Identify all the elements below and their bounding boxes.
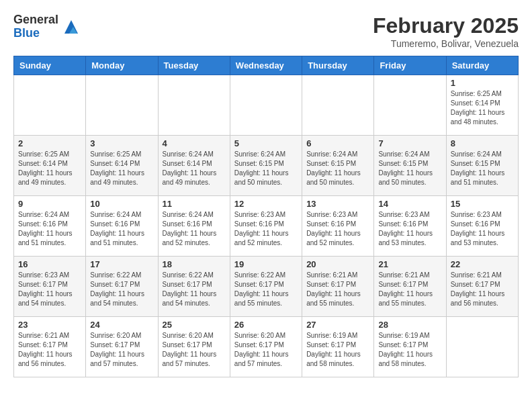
calendar-header-thursday: Thursday (302, 56, 374, 75)
day-info: Sunrise: 6:24 AM Sunset: 6:16 PM Dayligh… (163, 210, 226, 248)
calendar-cell: 11Sunrise: 6:24 AM Sunset: 6:16 PM Dayli… (158, 196, 230, 257)
day-number: 15 (451, 199, 514, 209)
calendar-cell: 27Sunrise: 6:19 AM Sunset: 6:17 PM Dayli… (302, 317, 374, 377)
day-info: Sunrise: 6:21 AM Sunset: 6:17 PM Dayligh… (18, 331, 81, 369)
logo-icon (61, 17, 81, 37)
day-number: 10 (90, 199, 153, 209)
day-info: Sunrise: 6:19 AM Sunset: 6:17 PM Dayligh… (306, 331, 369, 369)
day-info: Sunrise: 6:24 AM Sunset: 6:16 PM Dayligh… (90, 210, 153, 248)
day-info: Sunrise: 6:23 AM Sunset: 6:16 PM Dayligh… (378, 210, 441, 248)
logo-general: General (13, 13, 58, 27)
calendar-header-wednesday: Wednesday (230, 56, 302, 75)
page-header: General Blue February 2025 Tumeremo, Bol… (13, 13, 519, 49)
day-number: 13 (306, 199, 369, 209)
day-number: 4 (163, 138, 226, 148)
calendar-cell (158, 75, 230, 136)
day-info: Sunrise: 6:24 AM Sunset: 6:15 PM Dayligh… (378, 150, 441, 187)
calendar-cell: 12Sunrise: 6:23 AM Sunset: 6:16 PM Dayli… (230, 196, 302, 257)
calendar-week-3: 9Sunrise: 6:24 AM Sunset: 6:16 PM Daylig… (14, 196, 519, 257)
day-info: Sunrise: 6:25 AM Sunset: 6:14 PM Dayligh… (90, 150, 153, 187)
day-info: Sunrise: 6:23 AM Sunset: 6:16 PM Dayligh… (234, 210, 298, 248)
calendar-cell: 6Sunrise: 6:24 AM Sunset: 6:15 PM Daylig… (302, 136, 374, 196)
day-info: Sunrise: 6:19 AM Sunset: 6:17 PM Dayligh… (378, 331, 441, 369)
logo-blue: Blue (13, 27, 58, 40)
calendar-cell: 21Sunrise: 6:21 AM Sunset: 6:17 PM Dayli… (374, 257, 446, 317)
calendar-cell (86, 75, 158, 136)
title-block: February 2025 Tumeremo, Bolivar, Venezue… (373, 13, 519, 49)
day-number: 17 (90, 259, 153, 269)
calendar-cell: 13Sunrise: 6:23 AM Sunset: 6:16 PM Dayli… (302, 196, 374, 257)
calendar-cell: 28Sunrise: 6:19 AM Sunset: 6:17 PM Dayli… (374, 317, 446, 377)
calendar-week-2: 2Sunrise: 6:25 AM Sunset: 6:14 PM Daylig… (14, 136, 519, 196)
calendar-cell: 25Sunrise: 6:20 AM Sunset: 6:17 PM Dayli… (158, 317, 230, 377)
day-number: 12 (234, 199, 298, 209)
calendar-cell: 7Sunrise: 6:24 AM Sunset: 6:15 PM Daylig… (374, 136, 446, 196)
day-number: 1 (451, 78, 514, 88)
calendar-header-row: SundayMondayTuesdayWednesdayThursdayFrid… (14, 56, 519, 75)
day-number: 24 (90, 320, 153, 330)
day-info: Sunrise: 6:23 AM Sunset: 6:17 PM Dayligh… (18, 271, 81, 308)
calendar-cell: 1Sunrise: 6:25 AM Sunset: 6:14 PM Daylig… (446, 75, 518, 136)
day-number: 22 (451, 259, 514, 269)
day-number: 5 (234, 138, 298, 148)
day-info: Sunrise: 6:20 AM Sunset: 6:17 PM Dayligh… (163, 331, 226, 369)
day-number: 2 (18, 138, 81, 148)
calendar-cell: 18Sunrise: 6:22 AM Sunset: 6:17 PM Dayli… (158, 257, 230, 317)
day-info: Sunrise: 6:24 AM Sunset: 6:15 PM Dayligh… (306, 150, 369, 187)
calendar-week-1: 1Sunrise: 6:25 AM Sunset: 6:14 PM Daylig… (14, 75, 519, 136)
day-info: Sunrise: 6:25 AM Sunset: 6:14 PM Dayligh… (18, 150, 81, 187)
day-info: Sunrise: 6:22 AM Sunset: 6:17 PM Dayligh… (163, 271, 226, 308)
calendar-cell: 26Sunrise: 6:20 AM Sunset: 6:17 PM Dayli… (230, 317, 302, 377)
day-number: 20 (306, 259, 369, 269)
calendar-cell: 19Sunrise: 6:22 AM Sunset: 6:17 PM Dayli… (230, 257, 302, 317)
calendar-header-friday: Friday (374, 56, 446, 75)
month-title: February 2025 (373, 13, 519, 38)
day-info: Sunrise: 6:21 AM Sunset: 6:17 PM Dayligh… (306, 271, 369, 308)
day-number: 8 (451, 138, 514, 148)
day-number: 3 (90, 138, 153, 148)
day-number: 7 (378, 138, 441, 148)
day-number: 27 (306, 320, 369, 330)
calendar-cell: 4Sunrise: 6:24 AM Sunset: 6:14 PM Daylig… (158, 136, 230, 196)
logo: General Blue (13, 13, 81, 40)
day-info: Sunrise: 6:23 AM Sunset: 6:16 PM Dayligh… (451, 210, 514, 248)
calendar-cell (374, 75, 446, 136)
calendar-cell: 9Sunrise: 6:24 AM Sunset: 6:16 PM Daylig… (14, 196, 86, 257)
calendar-cell (230, 75, 302, 136)
calendar-week-4: 16Sunrise: 6:23 AM Sunset: 6:17 PM Dayli… (14, 257, 519, 317)
calendar-cell: 15Sunrise: 6:23 AM Sunset: 6:16 PM Dayli… (446, 196, 518, 257)
calendar-cell: 14Sunrise: 6:23 AM Sunset: 6:16 PM Dayli… (374, 196, 446, 257)
location: Tumeremo, Bolivar, Venezuela (373, 38, 519, 49)
day-number: 14 (378, 199, 441, 209)
calendar-cell (446, 317, 518, 377)
day-number: 9 (18, 199, 81, 209)
calendar-cell: 17Sunrise: 6:22 AM Sunset: 6:17 PM Dayli… (86, 257, 158, 317)
calendar-cell: 10Sunrise: 6:24 AM Sunset: 6:16 PM Dayli… (86, 196, 158, 257)
day-number: 18 (163, 259, 226, 269)
calendar-cell (14, 75, 86, 136)
logo-text: General Blue (13, 13, 58, 40)
calendar-cell: 3Sunrise: 6:25 AM Sunset: 6:14 PM Daylig… (86, 136, 158, 196)
day-number: 6 (306, 138, 369, 148)
calendar-cell: 5Sunrise: 6:24 AM Sunset: 6:15 PM Daylig… (230, 136, 302, 196)
day-info: Sunrise: 6:22 AM Sunset: 6:17 PM Dayligh… (90, 271, 153, 308)
calendar-cell: 2Sunrise: 6:25 AM Sunset: 6:14 PM Daylig… (14, 136, 86, 196)
calendar-cell: 22Sunrise: 6:21 AM Sunset: 6:17 PM Dayli… (446, 257, 518, 317)
calendar-header-sunday: Sunday (14, 56, 86, 75)
calendar-table: SundayMondayTuesdayWednesdayThursdayFrid… (13, 56, 519, 377)
calendar-header-tuesday: Tuesday (158, 56, 230, 75)
calendar-week-5: 23Sunrise: 6:21 AM Sunset: 6:17 PM Dayli… (14, 317, 519, 377)
day-number: 23 (18, 320, 81, 330)
day-info: Sunrise: 6:21 AM Sunset: 6:17 PM Dayligh… (378, 271, 441, 308)
day-info: Sunrise: 6:20 AM Sunset: 6:17 PM Dayligh… (90, 331, 153, 369)
day-number: 26 (234, 320, 298, 330)
day-info: Sunrise: 6:23 AM Sunset: 6:16 PM Dayligh… (306, 210, 369, 248)
day-number: 25 (163, 320, 226, 330)
day-info: Sunrise: 6:21 AM Sunset: 6:17 PM Dayligh… (451, 271, 514, 308)
day-info: Sunrise: 6:24 AM Sunset: 6:14 PM Dayligh… (163, 150, 226, 187)
calendar-cell: 8Sunrise: 6:24 AM Sunset: 6:15 PM Daylig… (446, 136, 518, 196)
day-info: Sunrise: 6:25 AM Sunset: 6:14 PM Dayligh… (451, 89, 514, 127)
day-number: 19 (234, 259, 298, 269)
day-number: 11 (163, 199, 226, 209)
calendar-cell: 24Sunrise: 6:20 AM Sunset: 6:17 PM Dayli… (86, 317, 158, 377)
